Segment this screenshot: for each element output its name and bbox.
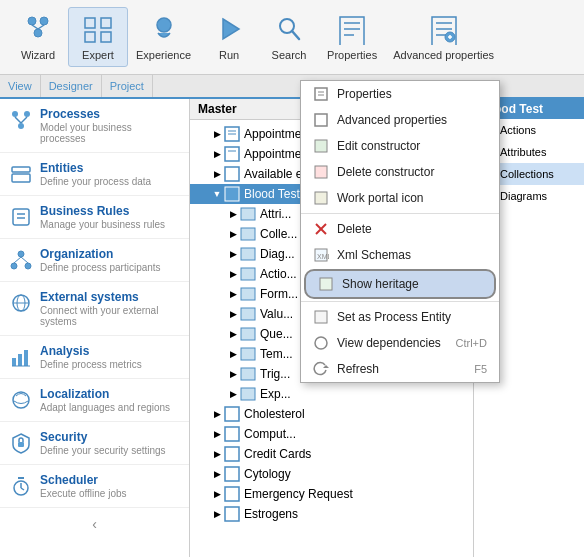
- tree-item[interactable]: ▶ Cytology: [190, 464, 473, 484]
- left-sidebar: Processes Model your business processes …: [0, 99, 190, 557]
- context-menu-set-process-entity[interactable]: Set as Process Entity: [301, 304, 499, 330]
- localization-desc: Adapt languages and regions: [40, 402, 179, 413]
- context-menu-refresh[interactable]: Refresh F5: [301, 356, 499, 382]
- tree-item-label: Exp...: [260, 387, 291, 401]
- tree-expander[interactable]: ▼: [210, 187, 224, 201]
- svg-rect-67: [241, 368, 255, 380]
- tree-item[interactable]: ▶ Emergency Request: [190, 484, 473, 504]
- processes-icon: [10, 109, 32, 131]
- sidebar-item-organization[interactable]: Organization Define process participants: [0, 239, 189, 282]
- tree-expander[interactable]: ▶: [210, 487, 224, 501]
- toolbar-properties[interactable]: Properties: [319, 7, 385, 67]
- context-menu-properties[interactable]: Properties: [301, 81, 499, 107]
- toolbar-wizard[interactable]: Wizard: [8, 7, 68, 67]
- tree-expander[interactable]: ▶: [226, 367, 240, 381]
- ribbon-project-label[interactable]: Project: [110, 80, 144, 92]
- ribbon-view-label[interactable]: View: [8, 80, 32, 92]
- toolbar-search[interactable]: Search: [259, 7, 319, 67]
- tree-node-icon: [224, 486, 240, 502]
- sidebar-item-security[interactable]: Security Define your security settings: [0, 422, 189, 465]
- tree-expander[interactable]: ▶: [226, 387, 240, 401]
- svg-rect-73: [225, 487, 239, 501]
- svg-rect-66: [241, 348, 255, 360]
- svg-rect-47: [18, 442, 24, 447]
- toolbar-expert[interactable]: Expert: [68, 7, 128, 67]
- sidebar-item-external-systems[interactable]: External systems Connect with your exter…: [0, 282, 189, 336]
- sidebar-item-analysis[interactable]: Analysis Define process metrics: [0, 336, 189, 379]
- tree-item-label: Estrogens: [244, 507, 298, 521]
- svg-rect-6: [101, 18, 111, 28]
- entities-icon: [10, 163, 32, 185]
- advanced-properties-cm-icon: [313, 112, 329, 128]
- svg-rect-13: [340, 17, 364, 45]
- sidebar-item-processes[interactable]: Processes Model your business processes: [0, 99, 189, 153]
- tree-expander[interactable]: ▶: [210, 507, 224, 521]
- context-menu-delete[interactable]: Delete: [301, 216, 499, 242]
- tree-expander[interactable]: ▶: [210, 167, 224, 181]
- tree-node-icon: [224, 146, 240, 162]
- tree-node-icon: [240, 326, 256, 342]
- toolbar-advanced-properties[interactable]: Advanced properties: [385, 7, 502, 67]
- tree-node-icon: [224, 166, 240, 182]
- tree-expander[interactable]: ▶: [210, 127, 224, 141]
- localization-text: Localization Adapt languages and regions: [40, 387, 179, 413]
- tree-expander[interactable]: ▶: [210, 147, 224, 161]
- svg-point-24: [12, 111, 18, 117]
- tree-item[interactable]: ▶ Estrogens: [190, 504, 473, 524]
- toolbar-experience[interactable]: Experience: [128, 7, 199, 67]
- ribbon-project-section: Project: [102, 75, 153, 97]
- tree-expander[interactable]: ▶: [226, 207, 240, 221]
- tree-item[interactable]: ▶ Credit Cards: [190, 444, 473, 464]
- svg-rect-61: [241, 248, 255, 260]
- context-menu-sep1: [301, 213, 499, 214]
- context-menu-advanced-properties[interactable]: Advanced properties: [301, 107, 499, 133]
- context-menu-view-dependencies[interactable]: View dependencies Ctrl+D: [301, 330, 499, 356]
- tree-expander[interactable]: ▶: [210, 427, 224, 441]
- context-menu-work-portal-icon[interactable]: Work portal icon: [301, 185, 499, 211]
- tree-expander[interactable]: ▶: [210, 467, 224, 481]
- context-menu-delete-constructor[interactable]: Delete constructor: [301, 159, 499, 185]
- svg-rect-8: [101, 32, 111, 42]
- tree-item[interactable]: ▶ Exp...: [190, 384, 473, 404]
- context-menu-xml-schemas[interactable]: XML Xml Schemas: [301, 242, 499, 268]
- external-systems-text: External systems Connect with your exter…: [40, 290, 179, 327]
- ribbon-designer-label[interactable]: Designer: [49, 80, 93, 92]
- tree-item[interactable]: ▶ Cholesterol: [190, 404, 473, 424]
- toolbar-run[interactable]: Run: [199, 7, 259, 67]
- svg-marker-93: [323, 365, 329, 368]
- tree-expander[interactable]: ▶: [226, 227, 240, 241]
- svg-line-4: [38, 25, 44, 29]
- sidebar-item-localization[interactable]: Localization Adapt languages and regions: [0, 379, 189, 422]
- svg-rect-57: [225, 167, 239, 181]
- tree-expander[interactable]: ▶: [226, 347, 240, 361]
- sidebar-item-business-rules[interactable]: Business Rules Manage your business rule…: [0, 196, 189, 239]
- svg-rect-69: [225, 407, 239, 421]
- svg-point-25: [24, 111, 30, 117]
- tree-expander[interactable]: ▶: [226, 267, 240, 281]
- sidebar-item-scheduler[interactable]: Scheduler Execute offline jobs: [0, 465, 189, 508]
- tree-expander[interactable]: ▶: [210, 447, 224, 461]
- tree-item-blood-test-label: Blood Test: [244, 187, 300, 201]
- context-menu-xml-schemas-label: Xml Schemas: [337, 248, 411, 262]
- tree-node-icon: [240, 306, 256, 322]
- tree-item-label: Comput...: [244, 427, 296, 441]
- context-menu-edit-constructor[interactable]: Edit constructor: [301, 133, 499, 159]
- tree-item-label: Colle...: [260, 227, 297, 241]
- sidebar-collapse[interactable]: ‹: [0, 508, 189, 540]
- tree-expander[interactable]: ▶: [226, 327, 240, 341]
- diagrams-label: Diagrams: [500, 190, 547, 202]
- tree-expander[interactable]: ▶: [226, 287, 240, 301]
- external-systems-icon: [10, 292, 32, 314]
- tree-item[interactable]: ▶ Comput...: [190, 424, 473, 444]
- tree-item-label: Form...: [260, 287, 298, 301]
- tree-expander[interactable]: ▶: [226, 307, 240, 321]
- tree-expander[interactable]: ▶: [210, 407, 224, 421]
- tree-expander[interactable]: ▶: [226, 247, 240, 261]
- view-dependencies-shortcut: Ctrl+D: [456, 337, 487, 349]
- context-menu-show-heritage[interactable]: Show heritage: [304, 269, 496, 299]
- tree-item-label: Attri...: [260, 207, 291, 221]
- run-icon: [213, 13, 245, 45]
- set-process-entity-icon: [313, 309, 329, 325]
- sidebar-item-entities[interactable]: Entities Define your process data: [0, 153, 189, 196]
- tree-node-icon: [224, 506, 240, 522]
